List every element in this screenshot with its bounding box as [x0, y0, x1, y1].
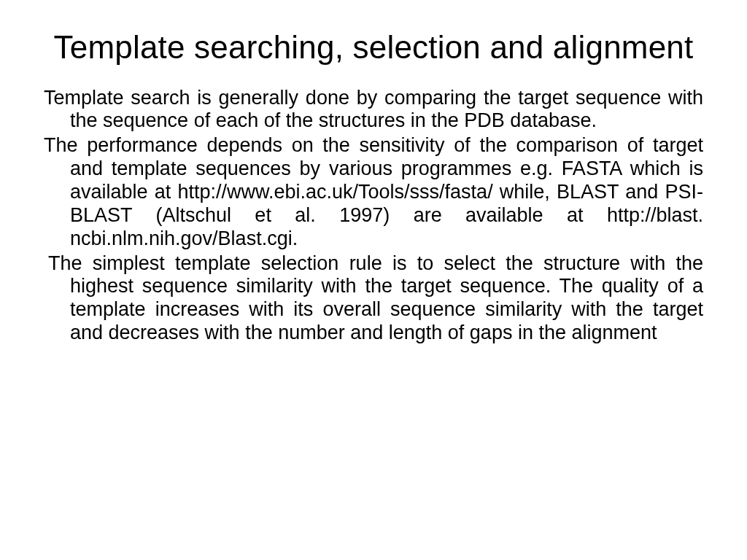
body-paragraph: Template search is generally done by com… [44, 87, 703, 133]
body-paragraph: The performance depends on the sensitivi… [44, 134, 703, 250]
slide-title: Template searching, selection and alignm… [44, 29, 703, 66]
body-paragraph: The simplest template selection rule is … [44, 252, 703, 345]
slide-body: Template search is generally done by com… [44, 87, 703, 345]
